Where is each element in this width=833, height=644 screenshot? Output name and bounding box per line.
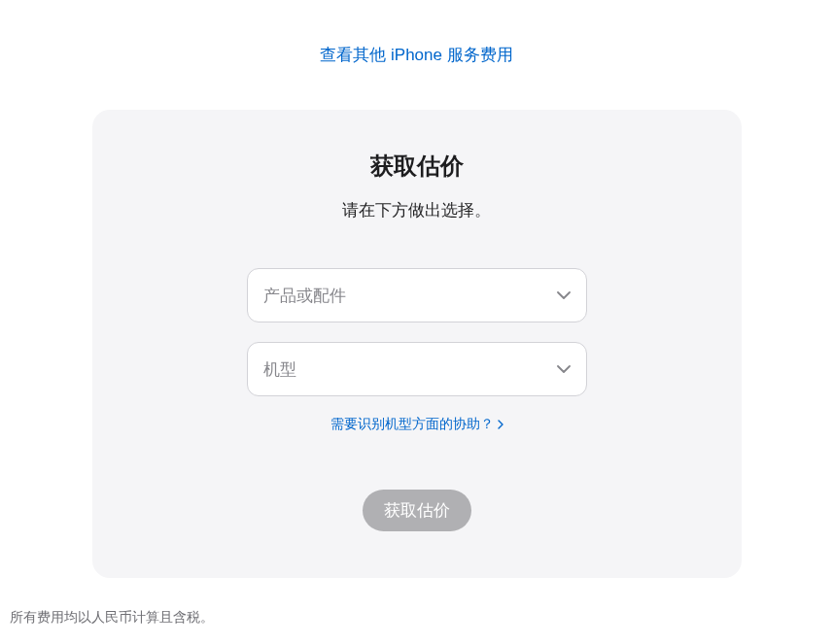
card-subtitle: 请在下方做出选择。 [131, 199, 703, 221]
card-title: 获取估价 [131, 151, 703, 182]
footer-line-1: 所有费用均以人民币计算且含税。 [10, 605, 823, 629]
view-other-services-link[interactable]: 查看其他 iPhone 服务费用 [10, 44, 823, 66]
help-link-text: 需要识别机型方面的协助？ [330, 416, 494, 433]
footer-disclaimer: 所有费用均以人民币计算且含税。 截至 2023 年 2 月底，保外电池服务的费用… [10, 605, 823, 644]
identify-model-help-link[interactable]: 需要识别机型方面的协助？ [131, 416, 703, 433]
chevron-down-icon [557, 291, 571, 299]
chevron-down-icon [557, 365, 571, 373]
model-select[interactable]: 机型 [247, 342, 587, 396]
chevron-right-icon [498, 420, 503, 429]
product-select-placeholder: 产品或配件 [263, 285, 346, 307]
get-estimate-button[interactable]: 获取估价 [363, 490, 471, 531]
estimate-card: 获取估价 请在下方做出选择。 产品或配件 机型 需要识别机型方面的协助？ [92, 110, 742, 578]
model-select-placeholder: 机型 [263, 358, 296, 381]
product-select[interactable]: 产品或配件 [247, 268, 587, 322]
